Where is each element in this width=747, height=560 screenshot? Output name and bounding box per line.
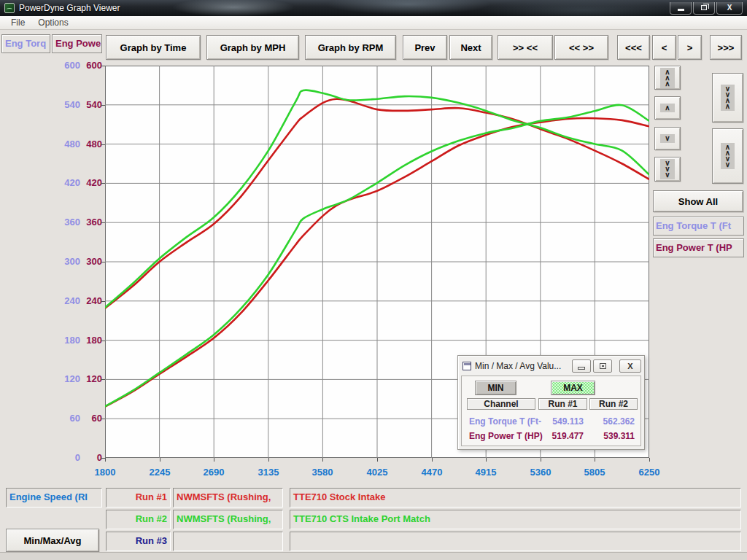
x-axis-rpm-tick: 6250 — [626, 467, 673, 478]
y-axis-power-tick: 480 — [69, 138, 102, 151]
zoom-out-vertical-button[interactable]: ∧∧∨∨ — [712, 128, 743, 184]
restore-button[interactable] — [693, 2, 715, 15]
x-axis-rpm-tick: 4025 — [354, 467, 400, 478]
restore-icon — [701, 5, 707, 10]
x-axis-tick-mark — [105, 458, 106, 462]
minmax-values-window[interactable]: Min / Max / Avg Valu... X MIN MAX Channe… — [457, 355, 645, 450]
minmax-window-title: Min / Max / Avg Valu... — [475, 361, 570, 371]
app-icon — [4, 3, 15, 13]
y-axis-tick-mark — [101, 66, 105, 66]
column-header-run2[interactable]: Run #2 — [589, 398, 638, 410]
tab-eng-power[interactable]: Eng Powe — [52, 34, 102, 53]
minmax-row-channel: Eng Power T (HP) — [469, 430, 538, 442]
run-file-label-3[interactable] — [173, 532, 283, 551]
minmaxavg-button[interactable]: Min/Max/Avg — [6, 529, 99, 552]
x-axis-tick-mark — [322, 458, 323, 462]
run-file-label-2[interactable]: NWMSFTS (Rushing, — [173, 510, 283, 529]
minmax-row-run2-value: 562.362 — [589, 416, 635, 427]
run-label-2[interactable]: Run #2 — [106, 510, 171, 529]
chevron-down-icon: ∨ — [660, 134, 674, 143]
x-axis-rpm-tick: 4915 — [462, 467, 509, 478]
x-axis-rpm-tick: 2245 — [136, 467, 183, 478]
max-toggle-button[interactable]: MAX — [551, 381, 595, 395]
y-axis-power-tick: 420 — [69, 176, 102, 190]
y-axis-power-tick: 120 — [69, 373, 102, 386]
scroll-down-fast-button[interactable]: ∨∨∨ — [654, 157, 681, 182]
x-axis-rpm-tick: 3135 — [245, 467, 292, 478]
triple-chevron-up-icon: ∧∧∧ — [660, 68, 674, 88]
scroll-up-fast-button[interactable]: ∧∧∧ — [654, 66, 681, 90]
scroll-last-button[interactable]: >>> — [710, 35, 742, 60]
show-all-button[interactable]: Show All — [653, 190, 743, 212]
graph-by-rpm-button[interactable]: Graph by RPM — [305, 35, 396, 60]
window-title: PowerDyne Graph Viewer — [19, 3, 120, 13]
x-axis-tick-mark — [649, 458, 650, 462]
run-description-label-2[interactable]: TTE710 CTS Intake Port Match — [290, 510, 741, 529]
min-toggle-button[interactable]: MIN — [475, 381, 516, 395]
zoom-in-vertical-button[interactable]: ∨∨∧∧ — [712, 73, 743, 122]
zoom-out-horizontal-button[interactable]: << >> — [554, 35, 608, 60]
y-axis-power-tick: 60 — [69, 412, 102, 425]
minmax-window-icon — [462, 362, 471, 370]
y-axis-power-tick: 360 — [69, 216, 102, 229]
y-axis-tick-mark — [101, 183, 105, 184]
run-description-label-1[interactable]: TTE710 Stock Intake — [290, 488, 741, 508]
window-footer — [0, 552, 747, 560]
prev-button[interactable]: Prev — [403, 35, 447, 60]
run-label-1[interactable]: Run #1 — [106, 488, 171, 508]
y-axis-tick-mark — [101, 222, 105, 223]
zoom-in-horizontal-button[interactable]: >> << — [498, 35, 553, 60]
y-axis-power-tick: 600 — [69, 59, 102, 72]
y-axis-power-tick: 540 — [69, 98, 102, 112]
compress-vertical-icon: ∨∨∧∧ — [721, 85, 735, 111]
minmax-row-run2-value: 539.311 — [589, 430, 635, 442]
tab-eng-torque[interactable]: Eng Torq — [1, 34, 50, 53]
scroll-first-button[interactable]: <<< — [617, 35, 650, 60]
run-description-label-3[interactable] — [290, 532, 741, 551]
minmax-row-run1-value: 549.113 — [538, 416, 584, 427]
minmax-row-channel: Eng Torque T (Ft- — [469, 416, 538, 427]
x-axis-tick-mark — [160, 458, 160, 462]
scroll-down-button[interactable]: ∨ — [654, 127, 681, 150]
x-axis-tick-mark — [377, 458, 378, 462]
minmax-title-bar[interactable]: Min / Max / Avg Valu... X — [461, 358, 641, 374]
next-button[interactable]: Next — [449, 35, 492, 60]
y-axis-tick-mark — [101, 262, 105, 262]
column-header-channel[interactable]: Channel — [467, 398, 535, 410]
y-axis-tick-mark — [101, 419, 105, 419]
menu-options[interactable]: Options — [31, 16, 74, 29]
restore-icon — [600, 363, 606, 369]
x-axis-tick-mark — [595, 458, 595, 462]
minmax-restore-button[interactable] — [593, 359, 612, 373]
graph-by-time-button[interactable]: Graph by Time — [106, 35, 201, 60]
y-axis-tick-mark — [101, 341, 105, 341]
x-axis-rpm-tick: 3580 — [299, 467, 346, 478]
close-button[interactable]: X — [716, 2, 743, 15]
column-header-run1[interactable]: Run #1 — [538, 398, 587, 410]
minmax-close-button[interactable]: X — [619, 359, 641, 373]
y-axis-power-tick: 180 — [69, 334, 102, 347]
expand-vertical-icon: ∧∧∨∨ — [721, 143, 735, 169]
x-axis-tick-mark — [486, 458, 487, 462]
minimize-button[interactable] — [670, 2, 692, 15]
scroll-right-button[interactable]: > — [678, 35, 702, 60]
y-axis-tick-mark — [101, 301, 105, 302]
x-axis-channel-label[interactable]: Engine Speed (RI — [6, 488, 102, 508]
run-file-label-1[interactable]: NWMSFTS (Rushing, — [173, 488, 283, 508]
y-axis-power-tick: 240 — [69, 295, 102, 308]
scroll-left-button[interactable]: < — [652, 35, 676, 60]
power-channel-label[interactable]: Eng Power T (HP — [653, 238, 744, 257]
torque-channel-label[interactable]: Eng Torque T (Ft — [653, 217, 744, 236]
y-axis-tick-mark — [101, 105, 105, 106]
powerdyne-window: PowerDyne Graph Viewer X File Options En… — [0, 0, 747, 560]
x-axis-tick-mark — [432, 458, 433, 462]
y-axis-power-tick: 300 — [69, 255, 102, 268]
x-axis-tick-mark — [214, 458, 214, 462]
run-label-3[interactable]: Run #3 — [106, 532, 171, 551]
title-bar[interactable]: PowerDyne Graph Viewer X — [0, 0, 747, 16]
y-axis-tick-mark — [101, 379, 105, 380]
menu-file[interactable]: File — [4, 16, 31, 29]
graph-by-mph-button[interactable]: Graph by MPH — [206, 35, 299, 60]
scroll-up-button[interactable]: ∧ — [654, 96, 681, 120]
minmax-minimize-button[interactable] — [572, 359, 591, 373]
